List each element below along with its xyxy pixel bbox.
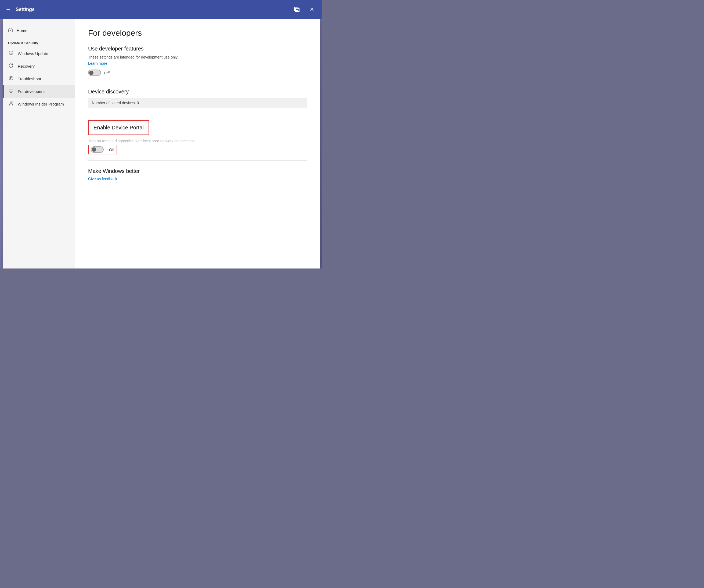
svg-rect-5 <box>9 89 13 92</box>
portal-toggle-thumb <box>92 147 96 152</box>
home-svg <box>8 27 13 32</box>
home-icon <box>8 27 13 34</box>
toggle-track <box>88 70 101 76</box>
divider-3 <box>88 160 307 160</box>
home-label: Home <box>17 28 27 33</box>
sidebar: Home Update & Security Windows Update Re… <box>3 19 75 268</box>
divider-1 <box>88 82 307 82</box>
page-title: For developers <box>88 28 307 38</box>
windows-update-label: Windows Update <box>18 51 48 56</box>
svg-point-4 <box>10 79 11 80</box>
back-button[interactable]: ← <box>5 6 11 13</box>
enable-portal-toggle-row: Off <box>88 145 307 154</box>
title-bar: ← Settings ✕ <box>0 0 322 19</box>
enable-portal-toggle[interactable] <box>91 146 104 153</box>
windows-insider-label: Windows Insider Program <box>18 102 64 106</box>
enable-device-portal-title: Enable Device Portal <box>94 125 144 131</box>
make-windows-better-section: Make Windows better Give us feedback <box>88 168 307 181</box>
use-developer-features-desc: These settings are intended for developm… <box>88 55 307 59</box>
svg-point-9 <box>12 102 13 103</box>
recovery-label: Recovery <box>18 64 35 68</box>
device-discovery-section: Device discovery Number of paired device… <box>88 88 307 108</box>
for-developers-icon <box>8 88 14 94</box>
sidebar-section-title: Update & Security <box>3 37 75 47</box>
enable-device-portal-box: Enable Device Portal <box>88 120 149 135</box>
for-developers-label: For developers <box>18 89 45 94</box>
close-icon: ✕ <box>310 6 314 13</box>
restore-icon <box>294 7 300 12</box>
give-feedback-link[interactable]: Give us feedback <box>88 177 117 181</box>
troubleshoot-label: Troubleshoot <box>18 76 41 81</box>
windows-update-icon <box>8 51 14 57</box>
recovery-icon <box>8 63 14 69</box>
window-controls: ✕ <box>291 5 317 14</box>
minimize-restore-button[interactable] <box>291 5 303 13</box>
sidebar-item-home[interactable]: Home <box>3 24 75 37</box>
paired-devices-count: Number of paired devices: 0 <box>88 98 307 108</box>
learn-more-link[interactable]: Learn more <box>88 61 107 66</box>
back-icon: ← <box>5 6 11 13</box>
sidebar-item-windows-update[interactable]: Windows Update <box>3 47 75 60</box>
developer-features-toggle-label: Off <box>104 71 110 75</box>
troubleshoot-icon <box>8 76 14 82</box>
enable-portal-desc: Turn on remote diagnostics over local ar… <box>88 139 307 143</box>
sidebar-item-troubleshoot[interactable]: Troubleshoot <box>3 72 75 85</box>
sidebar-item-windows-insider[interactable]: Windows Insider Program <box>3 98 75 110</box>
make-windows-title: Make Windows better <box>88 168 307 174</box>
developer-features-toggle[interactable] <box>88 70 101 76</box>
svg-rect-0 <box>294 7 298 10</box>
use-developer-features-title: Use developer features <box>88 46 307 52</box>
developer-features-toggle-row: Off <box>88 70 307 76</box>
toggle-thumb <box>89 71 94 75</box>
portal-toggle-track <box>91 146 104 153</box>
windows-insider-icon <box>8 101 14 107</box>
settings-window: Home Update & Security Windows Update Re… <box>3 19 319 268</box>
device-discovery-title: Device discovery <box>88 88 307 95</box>
sidebar-item-for-developers[interactable]: For developers <box>3 85 75 98</box>
svg-point-3 <box>9 76 13 80</box>
enable-portal-toggle-label: Off <box>109 147 114 152</box>
enable-portal-toggle-box: Off <box>88 145 117 154</box>
close-button[interactable]: ✕ <box>307 5 317 14</box>
app-title: Settings <box>15 7 291 12</box>
content-area: For developers Use developer features Th… <box>75 19 319 268</box>
sidebar-item-recovery[interactable]: Recovery <box>3 60 75 72</box>
svg-point-8 <box>10 102 12 104</box>
svg-rect-1 <box>295 8 299 11</box>
